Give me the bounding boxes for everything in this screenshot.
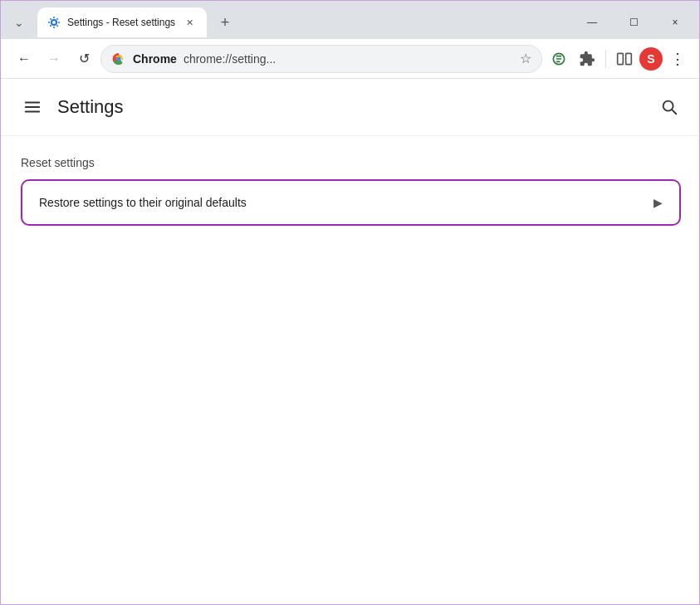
svg-rect-5 (626, 53, 632, 64)
maximize-button[interactable]: ☐ (614, 9, 653, 36)
settings-body: Reset settings Restore settings to their… (1, 136, 700, 605)
chrome-label: Chrome (133, 52, 177, 66)
address-bar[interactable]: Chrome chrome://setting... ☆ (100, 45, 542, 73)
page-content: Settings Reset settings Restore settings… (1, 79, 700, 605)
address-url: chrome://setting... (184, 52, 513, 66)
section-title: Reset settings (21, 156, 681, 169)
settings-header: Settings (1, 79, 700, 136)
menu-button[interactable] (17, 92, 47, 122)
active-tab[interactable]: Settings - Reset settings ✕ (37, 7, 207, 37)
tab-title: Settings - Reset settings (67, 17, 175, 28)
settings-title: Settings (57, 96, 124, 118)
bookmark-icon[interactable]: ☆ (520, 51, 531, 66)
restore-settings-card[interactable]: Restore settings to their original defau… (21, 179, 681, 226)
new-tab-button[interactable]: + (213, 11, 237, 34)
more-button[interactable]: ⋮ (664, 46, 691, 72)
tab-close-button[interactable]: ✕ (182, 15, 197, 30)
window-controls: — ☐ × (573, 9, 694, 36)
title-bar: ⌄ Settings - Reset settings ✕ + — ☐ × (1, 1, 700, 39)
reload-button[interactable]: ↺ (71, 46, 97, 72)
restore-settings-arrow: ▶ (637, 183, 679, 222)
minimize-button[interactable]: — (573, 9, 611, 36)
svg-point-2 (117, 56, 121, 61)
tab-favicon (47, 16, 61, 29)
split-view-button[interactable] (611, 46, 638, 72)
profile-button[interactable]: S (639, 47, 663, 71)
svg-point-0 (51, 20, 56, 25)
svg-rect-4 (618, 53, 624, 64)
browser-window: ⌄ Settings - Reset settings ✕ + — ☐ × ← … (1, 1, 700, 605)
chrome-logo-icon (111, 51, 126, 66)
tab-list-button[interactable]: ⌄ (7, 11, 31, 34)
forward-button[interactable]: → (41, 46, 67, 72)
close-button[interactable]: × (656, 9, 694, 36)
puzzle-icon-button[interactable] (574, 46, 600, 72)
search-button[interactable] (654, 92, 684, 122)
nav-icons: S ⋮ (546, 46, 691, 72)
nav-divider (605, 50, 606, 68)
restore-settings-label: Restore settings to their original defau… (22, 183, 637, 222)
back-button[interactable]: ← (11, 46, 37, 72)
nav-bar: ← → ↺ Chrome chrome://setting... ☆ (1, 39, 700, 79)
extensions-button[interactable] (546, 46, 572, 72)
